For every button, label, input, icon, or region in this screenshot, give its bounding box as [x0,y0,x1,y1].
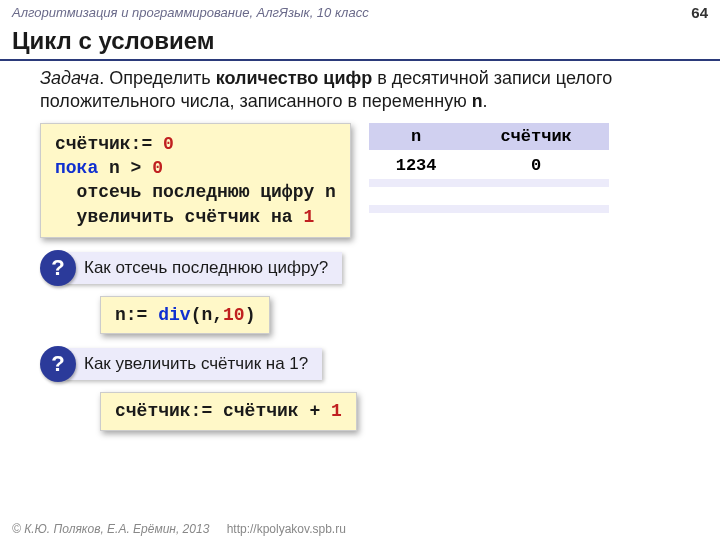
trace-table-2 [369,205,609,213]
page-number: 64 [691,4,708,21]
task-text: Задача. Определить количество цифр в дес… [40,67,690,115]
trace-head-counter: счётчик [463,123,608,151]
footer: © К.Ю. Поляков, Е.А. Ерёмин, 2013 http:/… [12,522,346,536]
question-badge-icon: ? [40,250,76,286]
question-2-text: Как увеличить счётчик на 1? [64,348,322,380]
answer-1-code: n:= div(n,10) [100,296,270,334]
question-1-text: Как отсечь последнюю цифру? [64,252,342,284]
trace-head-n: n [369,123,464,151]
footer-copyright: © К.Ю. Поляков, Е.А. Ерёмин, 2013 [12,522,209,536]
course-name: Алгоритмизация и программирование, АлгЯз… [12,5,369,20]
task-var: n [472,92,483,112]
page-title: Цикл с условием [0,23,720,61]
answer-2-row: счётчик:= счётчик + 1 [100,392,690,430]
trace-table: n счётчик 1234 0 [369,123,609,187]
header-strip: Алгоритмизация и программирование, АлгЯз… [0,0,720,23]
question-badge-icon: ? [40,346,76,382]
code-main: счётчик:= 0 пока n > 0 отсечь последнюю … [40,123,351,238]
trace-header-row: n счётчик [369,123,609,151]
answer-1-row: n:= div(n,10) [100,296,690,334]
task-label: Задача [40,68,99,88]
table-row [369,205,609,213]
trace-wrapper: n счётчик 1234 0 [369,123,609,213]
task-keyword: количество цифр [216,68,373,88]
question-1-row: ? Как отсечь последнюю цифру? [40,250,690,286]
answer-2-code: счётчик:= счётчик + 1 [100,392,357,430]
table-row: 1234 0 [369,151,609,179]
question-2-row: ? Как увеличить счётчик на 1? [40,346,690,382]
table-row [369,179,609,187]
content: Задача. Определить количество цифр в дес… [0,61,720,431]
footer-link[interactable]: http://kpolyakov.spb.ru [227,522,346,536]
